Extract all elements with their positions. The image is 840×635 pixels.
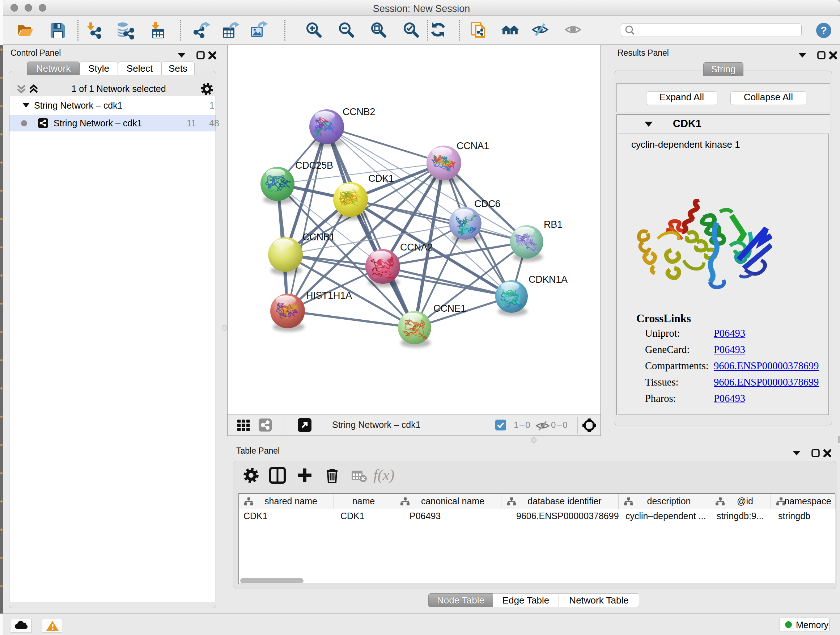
svg-text:HIST1H1A: HIST1H1A: [306, 290, 352, 301]
svg-text:?: ?: [821, 24, 827, 36]
svg-text:CCNA1: CCNA1: [456, 141, 489, 151]
svg-text:RB1: RB1: [544, 219, 562, 230]
svg-text:CCNE1: CCNE1: [433, 303, 466, 314]
svg-text:CDK1: CDK1: [368, 173, 394, 184]
svg-text:CCNB1: CCNB1: [302, 232, 335, 242]
svg-text:CDC25B: CDC25B: [295, 160, 333, 171]
svg-text:CCNB2: CCNB2: [343, 106, 375, 117]
svg-text:CCNA2: CCNA2: [400, 242, 433, 253]
svg-text:CDC6: CDC6: [474, 198, 500, 209]
svg-text:CDKN1A: CDKN1A: [529, 274, 568, 285]
